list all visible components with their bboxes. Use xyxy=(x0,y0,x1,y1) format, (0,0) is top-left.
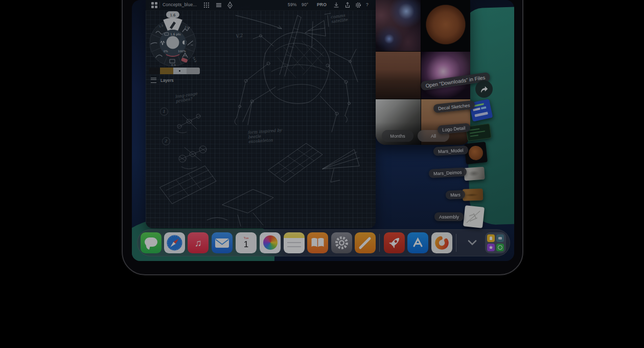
dock: ♫ Tue 1 xyxy=(137,229,510,256)
annotation-number-2: 2 xyxy=(162,137,170,145)
active-brush-size: 1.6 xyxy=(170,13,176,17)
grid-dots-icon[interactable] xyxy=(203,2,210,9)
mini-app-star xyxy=(487,244,495,251)
dock-icon-rocket[interactable] xyxy=(384,232,405,253)
opacity-max-label: 100% xyxy=(178,50,186,53)
dock-icon-app-library[interactable] xyxy=(485,232,506,253)
app-library-minigrid xyxy=(487,234,504,251)
opacity-min-label: 0% xyxy=(164,50,168,53)
document-title[interactable]: Concepts_blue... xyxy=(163,2,197,7)
concepts-app-window: Concepts_blue... 59% 90° PRO xyxy=(146,0,376,228)
dock-icon-notes[interactable] xyxy=(284,232,305,253)
ipad-device-frame: Concepts_blue... 59% 90° PRO xyxy=(122,0,523,275)
dock-icon-mail[interactable] xyxy=(212,232,233,253)
concepts-toolbar: Concepts_blue... 59% 90° PRO xyxy=(146,0,376,11)
drag-thumb-mars-deimos[interactable] xyxy=(464,167,485,181)
tab-months[interactable]: Months xyxy=(382,130,413,142)
pro-badge[interactable]: PRO xyxy=(317,2,327,7)
brush-size-bottom: 8.9 xyxy=(171,63,176,67)
drag-thumb-mars-model[interactable] xyxy=(464,142,488,164)
drag-label-assembly: Assembly xyxy=(434,212,464,221)
dock-icon-calendar[interactable]: Tue 1 xyxy=(236,232,257,253)
wheel-center-knob[interactable] xyxy=(167,36,179,49)
mini-app-podcasts xyxy=(496,244,504,251)
layers-menu-icon xyxy=(151,78,156,83)
swatch-gold[interactable] xyxy=(160,68,173,74)
ipad-screen: Concepts_blue... 59% 90° PRO xyxy=(132,0,514,261)
swatch-gray[interactable] xyxy=(187,68,200,74)
dock-icon-messages[interactable] xyxy=(141,232,162,253)
tab-all-label: All xyxy=(431,134,436,139)
drag-label-mars: Mars xyxy=(446,190,466,199)
layers-menu-icon[interactable] xyxy=(215,2,222,9)
dock-divider-2 xyxy=(456,234,456,252)
help-button[interactable]: ? xyxy=(366,2,369,7)
annotation-beetle: form inspired by beetle exoskeleton xyxy=(247,128,284,144)
settings-gear-icon[interactable] xyxy=(355,2,362,9)
brush-tool-wheel[interactable]: 1.6 1.3 3.5 xyxy=(147,11,199,68)
layers-panel-header[interactable]: Layers xyxy=(151,78,174,83)
export-share-icon[interactable] xyxy=(344,2,351,9)
brush-size-bottom-right: 14.5 xyxy=(192,56,197,63)
dock-icon-music[interactable]: ♫ xyxy=(188,232,209,253)
photo-mars-hills[interactable] xyxy=(376,52,421,99)
dock-icon-concepts[interactable] xyxy=(431,232,452,253)
drag-label-mars-deimos: Mars_Deimos xyxy=(429,167,467,178)
drag-label-mars-model: Mars_Model xyxy=(433,145,468,156)
dock-icon-settings[interactable] xyxy=(331,232,352,253)
photos-flower-icon xyxy=(263,235,278,250)
pen-nib-icon[interactable] xyxy=(226,2,234,9)
drop-forward-badge[interactable] xyxy=(475,80,493,98)
calendar-day: 1 xyxy=(244,240,248,249)
dock-icon-photos[interactable] xyxy=(260,232,281,253)
chevron-down-icon[interactable] xyxy=(468,240,477,246)
dock-icon-books[interactable] xyxy=(307,232,328,253)
forward-arrow-icon xyxy=(479,84,489,94)
music-note-icon: ♫ xyxy=(194,237,201,249)
photo-mars-planet[interactable] xyxy=(421,0,470,51)
zoom-level[interactable]: 59% xyxy=(288,2,297,7)
swatch-light-selected[interactable] xyxy=(173,68,187,74)
annotation-number-1: 1 xyxy=(160,107,168,116)
swatch-black[interactable] xyxy=(149,68,160,74)
photos-app-window: Months All xyxy=(376,0,470,145)
import-icon[interactable] xyxy=(333,2,340,9)
photo-nebula-blue[interactable] xyxy=(376,0,421,51)
rotation-angle[interactable]: 90° xyxy=(302,2,308,7)
tab-months-label: Months xyxy=(390,134,405,139)
dock-icon-app-store[interactable] xyxy=(407,232,428,253)
drag-thumb-mars-map[interactable] xyxy=(463,188,484,201)
stroke-size-label: 1.6 pts xyxy=(170,32,181,36)
mini-app-tips xyxy=(487,234,495,242)
mini-app-camera xyxy=(496,234,504,242)
app-gallery-icon[interactable] xyxy=(151,2,158,9)
selected-swatch-dot xyxy=(179,70,180,72)
toolbar-divider xyxy=(159,2,160,8)
layers-title: Layers xyxy=(160,78,174,83)
dock-icon-sketch-pen[interactable] xyxy=(355,232,376,253)
dock-icon-safari[interactable] xyxy=(164,232,185,253)
dock-divider xyxy=(379,234,380,252)
color-swatch-bar[interactable] xyxy=(149,68,200,74)
drag-thumb-assembly[interactable] xyxy=(463,205,485,228)
